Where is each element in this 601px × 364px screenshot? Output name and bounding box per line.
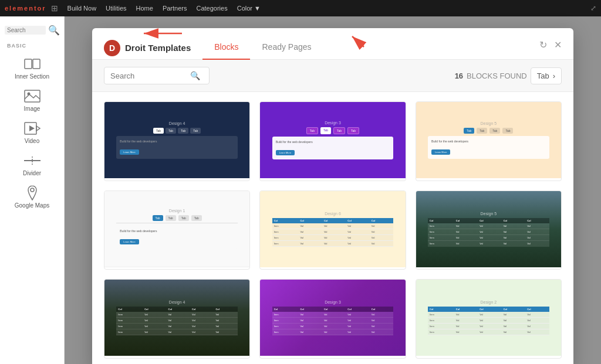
modal-toolbar: 🔍 16 BLOCKS FOUND Tab › — [92, 60, 573, 92]
card-label-table-style-6: Table Style 6 — [260, 267, 405, 270]
modal-box: D Droit Templates Blocks Ready Pages ↻ ✕… — [92, 28, 573, 364]
elementor-logo: elementor — [5, 5, 46, 12]
sidebar-section-basic: BASIC — [0, 39, 64, 51]
thumb-table-style-3: Design 3 ColColColColCol ItemValValValVa… — [260, 280, 405, 356]
card-label-table-style-5: Table Style 5 — [416, 267, 561, 270]
modal-grid: Design 4 Tab Tab Tab Tab Build for the w… — [92, 92, 573, 364]
nav-partners[interactable]: Partners — [163, 5, 187, 12]
sidebar: 🔍 BASIC Inner Section Image Video Divide… — [0, 16, 65, 364]
refresh-icon[interactable]: ↻ — [539, 39, 547, 50]
modal-filter-dropdown[interactable]: Tab › — [531, 67, 562, 84]
nav-categories[interactable]: Categories — [196, 5, 227, 12]
modal-logo-icon: D — [104, 40, 120, 56]
thumb-tab-style-2: Design 5 Tab Tab Tab Tab Build for the w… — [416, 102, 561, 178]
sidebar-search-input[interactable] — [5, 26, 46, 35]
card-label-tab-style-2: Tab Style 2 — [416, 178, 561, 181]
sidebar-item-video-label: Video — [25, 138, 39, 144]
card-label-table-style-3: Table Style 3 — [260, 356, 405, 359]
top-bar: elementor ⊞ Build Now Utilities Home Par… — [0, 0, 601, 16]
svg-marker-5 — [36, 126, 40, 131]
modal-search-box[interactable]: 🔍 — [104, 67, 210, 84]
sidebar-item-image[interactable]: Image — [0, 83, 64, 115]
thumb-table-style-5: Design 5 ColColColColCol ItemValValValVa… — [416, 191, 561, 267]
nav-color[interactable]: Color ▼ — [237, 5, 261, 12]
modal-search-input[interactable] — [110, 72, 187, 80]
template-card-table-style-5[interactable]: Design 5 ColColColColCol ItemValValValVa… — [416, 190, 562, 270]
modal-logo: D Droit Templates — [104, 40, 191, 56]
card-label-table-style-4: Table Style 4 — [104, 356, 249, 359]
video-icon — [23, 121, 42, 135]
template-card-table-style-4[interactable]: Design 4 ColColColColCol ItemValValValVa… — [104, 279, 250, 359]
modal-filter-label: Tab — [537, 72, 549, 80]
card-label-table-style-2: Table Style 2 — [416, 356, 561, 359]
thumb-tab-style-4: Design 4 Tab Tab Tab Tab Build for the w… — [104, 102, 249, 178]
template-card-tab-style-3[interactable]: Design 3 Tab Tab Tab Tab Build for the w… — [259, 101, 406, 181]
divider-icon — [23, 154, 42, 168]
modal-found-info: 16 BLOCKS FOUND Tab › — [455, 67, 562, 84]
sidebar-item-video[interactable]: Video — [0, 115, 64, 148]
tab-blocks[interactable]: Blocks — [202, 36, 250, 60]
sidebar-search-icon: 🔍 — [48, 25, 60, 36]
svg-point-9 — [31, 188, 34, 192]
template-card-tab-style-1[interactable]: Design 1 Tab Tab Tab Tab Build for the w… — [104, 190, 250, 270]
template-card-tab-style-4[interactable]: Design 4 Tab Tab Tab Tab Build for the w… — [104, 101, 250, 181]
top-nav: Build Now Utilities Home Partners Catego… — [67, 5, 261, 12]
maps-icon — [23, 186, 42, 200]
thumb-table-style-6: Design 6 ColColColColCol ItemValValValVa… — [260, 191, 405, 267]
modal-search-icon: 🔍 — [190, 71, 200, 80]
sidebar-item-maps-label: Google Maps — [15, 202, 49, 209]
modal-tabs: Blocks Ready Pages — [202, 36, 539, 59]
template-card-table-style-6[interactable]: Design 6 ColColColColCol ItemValValValVa… — [259, 190, 406, 270]
chevron-right-icon: › — [553, 72, 555, 80]
top-actions: ⤢ — [590, 4, 596, 12]
share-icon[interactable]: ⤢ — [590, 4, 596, 12]
sidebar-item-inner-section-label: Inner Section — [15, 73, 49, 80]
nav-utilities[interactable]: Utilities — [106, 5, 126, 12]
card-label-tab-style-4: Tab Style 4 — [104, 178, 249, 181]
svg-rect-1 — [33, 59, 40, 69]
thumb-tab-style-3: Design 3 Tab Tab Tab Tab Build for the w… — [260, 102, 405, 178]
sidebar-search[interactable]: 🔍 — [0, 21, 64, 39]
close-icon[interactable]: ✕ — [554, 39, 562, 50]
thumb-tab-style-1: Design 1 Tab Tab Tab Tab Build for the w… — [104, 191, 249, 267]
card-label-tab-style-3: Tab Style 3 — [260, 178, 405, 181]
modal-container: D Droit Templates Blocks Ready Pages ↻ ✕… — [65, 16, 601, 364]
thumb-table-style-2: Design 2 ColColColColCol ItemValValValVa… — [416, 280, 561, 356]
thumb-table-style-4: Design 4 ColColColColCol ItemValValValVa… — [104, 280, 249, 356]
template-card-tab-style-2[interactable]: Design 5 Tab Tab Tab Tab Build for the w… — [416, 101, 562, 181]
svg-rect-2 — [25, 90, 40, 102]
template-card-table-style-3[interactable]: Design 3 ColColColColCol ItemValValValVa… — [259, 279, 406, 359]
modal-found-count: 16 — [455, 72, 463, 80]
card-label-tab-style-1: Tab Style 1 — [104, 267, 249, 270]
modal-found-label: BLOCKS FOUND — [467, 72, 527, 80]
image-icon — [23, 89, 42, 103]
template-card-table-style-2[interactable]: Design 2 ColColColColCol ItemValValValVa… — [416, 279, 562, 359]
grid-icon: ⊞ — [51, 4, 58, 13]
nav-build[interactable]: Build Now — [67, 5, 97, 12]
modal-header: D Droit Templates Blocks Ready Pages ↻ ✕ — [92, 28, 573, 60]
inner-section-icon — [23, 57, 42, 71]
modal-header-actions: ↻ ✕ — [539, 39, 562, 56]
sidebar-item-divider-label: Divider — [23, 170, 41, 176]
svg-rect-0 — [25, 59, 32, 69]
sidebar-item-image-label: Image — [24, 106, 40, 112]
tab-ready-pages[interactable]: Ready Pages — [250, 36, 323, 60]
svg-marker-6 — [29, 125, 35, 131]
sidebar-item-inner-section[interactable]: Inner Section — [0, 51, 64, 83]
nav-home[interactable]: Home — [136, 5, 153, 12]
sidebar-item-divider[interactable]: Divider — [0, 148, 64, 180]
modal-logo-text: Droit Templates — [125, 43, 191, 53]
sidebar-item-google-maps[interactable]: Google Maps — [0, 180, 64, 212]
